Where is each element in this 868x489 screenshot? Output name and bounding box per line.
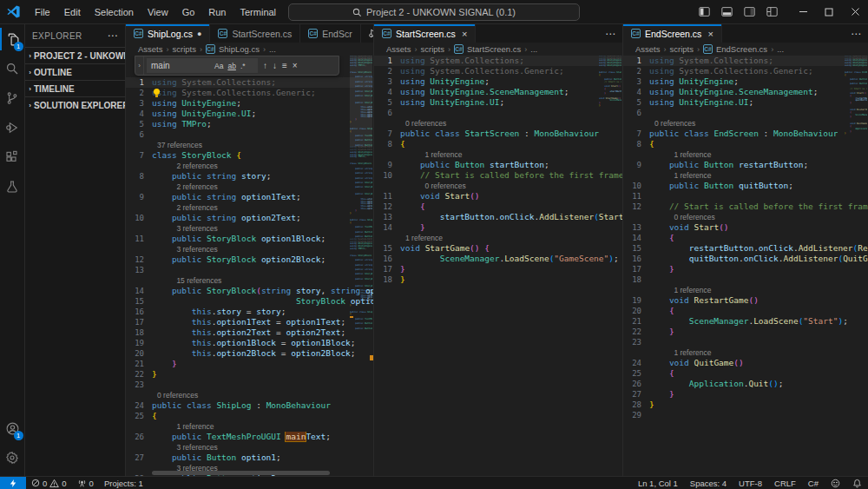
code-line[interactable]: 17 this.option1Text = option1Text; [126, 317, 373, 327]
close-tab-icon[interactable]: × [462, 29, 467, 39]
code-line[interactable]: 5using UnityEngine.UI; [623, 97, 868, 108]
more-actions-icon[interactable]: ⋯ [851, 29, 861, 39]
notifications-bell-icon[interactable] [846, 477, 868, 489]
codelens-references[interactable]: 1 reference [623, 149, 868, 160]
cursor-position[interactable]: Ln 1, Col 1 [632, 477, 684, 489]
tab-endscreen-cs[interactable]: C#EndScreen.cs× [623, 24, 722, 43]
code-line[interactable]: 19 this.option1Block = option1Block; [126, 338, 373, 348]
breadcrumb-item-assets[interactable]: Assets [635, 44, 661, 54]
code-line[interactable]: 16 quitButton.onClick.AddListener(QuitGa… [623, 254, 868, 264]
codelens-references[interactable]: 2 references [126, 182, 373, 192]
find-input[interactable] [151, 61, 212, 70]
ports-status[interactable]: 0 [72, 477, 99, 489]
breadcrumb-item-scripts[interactable]: scripts [670, 44, 694, 54]
breadcrumb[interactable]: Assets›scripts›C#EndScreen.cs›... [623, 43, 868, 56]
code-line[interactable]: 7public class StartScreen : MonoBehaviou… [374, 129, 622, 139]
code-line[interactable]: 17 } [623, 264, 868, 274]
code-line[interactable]: 10 public string option2Text; [126, 213, 373, 223]
codelens-references[interactable]: 1 reference [374, 233, 622, 243]
menu-terminal[interactable]: Terminal [233, 3, 284, 21]
code-line[interactable]: 9 public Button restartButton; [623, 160, 868, 170]
breadcrumb-item-[interactable]: ... [269, 44, 276, 54]
next-match-icon[interactable]: ↓ [273, 61, 277, 70]
code-line[interactable]: 5using UnityEngine.UI; [374, 97, 622, 108]
breadcrumb-item-assets[interactable]: Assets [386, 44, 411, 54]
code-line[interactable]: 21 SceneManager.LoadScene("Start"); [623, 316, 868, 327]
code-line[interactable]: 6 [126, 129, 373, 140]
tab-startscreen-cs[interactable]: C#StartScreen.cs× [374, 24, 476, 43]
toggle-secondary-sidebar-icon[interactable] [740, 6, 759, 17]
code-line[interactable]: 21 } [126, 359, 373, 369]
codelens-references[interactable]: 3 references [126, 244, 373, 254]
code-line[interactable]: 1using System.Collections; [623, 56, 868, 66]
lightbulb-icon[interactable] [153, 89, 161, 97]
explorer-icon[interactable]: 1 [0, 24, 25, 54]
breadcrumb-item-assets[interactable]: Assets [138, 44, 163, 54]
code-line[interactable]: 13 void Start() [623, 222, 868, 233]
modified-dot-icon[interactable]: ● [197, 30, 201, 38]
code-line[interactable]: 4using UnityEngine.SceneManagement; [374, 87, 622, 97]
code-line[interactable]: 12 { [374, 202, 622, 212]
code-line[interactable]: 8{ [623, 139, 868, 149]
code-line[interactable]: 4using UnityEngine.UI; [126, 109, 373, 119]
previous-match-icon[interactable]: ↑ [263, 61, 267, 70]
codelens-references[interactable]: 3 references [126, 223, 373, 234]
codelens-references[interactable]: 3 references [126, 442, 373, 453]
code-line[interactable]: 22 } [623, 327, 868, 337]
eol-status[interactable]: CRLF [768, 477, 802, 489]
breadcrumb-item-endscreen-cs[interactable]: EndScreen.cs [716, 44, 767, 54]
search-sidebar-icon[interactable] [0, 54, 25, 83]
code-line[interactable]: 14 { [623, 233, 868, 243]
code-line[interactable]: 2using System.Collections.Generic; [126, 88, 373, 98]
close-window-button[interactable] [842, 0, 868, 23]
code-line[interactable]: 8{ [374, 139, 622, 149]
feedback-smiley-icon[interactable] [825, 477, 846, 489]
minimap[interactable]: using System.Collections; using System.C… [599, 56, 621, 107]
code-line[interactable]: 29 [623, 410, 868, 420]
code-line[interactable]: 14 } [374, 222, 622, 233]
code-line[interactable]: 16 this.story = story; [126, 307, 373, 317]
code-line[interactable]: 24public class ShipLog : MonoBehaviour [126, 400, 373, 411]
code-line[interactable]: 22} [126, 369, 373, 380]
code-line[interactable]: 18} [374, 274, 622, 285]
codelens-references[interactable]: 1 reference [126, 421, 373, 432]
tab-startscreen-cs[interactable]: C#StartScreen.cs [210, 24, 300, 43]
regex-icon[interactable]: .* [239, 61, 247, 71]
code-line[interactable]: 8 public string story; [126, 171, 373, 182]
sidebar-section-timeline[interactable]: ›TIMELINE [25, 80, 125, 96]
run-and-debug-icon[interactable] [0, 113, 25, 142]
codelens-references[interactable]: 1 reference [623, 170, 868, 181]
code-line[interactable]: 18 [623, 274, 868, 285]
code-line[interactable]: 11 [623, 191, 868, 202]
whole-word-icon[interactable]: ab [226, 61, 237, 71]
breadcrumb[interactable]: Assets›scripts›C#ShipLog.cs›... [126, 43, 373, 56]
settings-gear-icon[interactable] [0, 443, 25, 472]
menu-file[interactable]: File [28, 3, 57, 21]
close-find-icon[interactable]: × [293, 61, 298, 70]
find-in-selection-icon[interactable]: ≡ [282, 61, 287, 70]
more-actions-icon[interactable]: ⋯ [605, 29, 615, 39]
code-line[interactable]: 3using UnityEngine; [374, 76, 622, 87]
code-line[interactable]: 15 StoryBlock option1Block, StoryBlock o… [126, 296, 373, 307]
code-line[interactable]: 1using System.Collections; [374, 56, 622, 66]
match-case-icon[interactable]: Aa [213, 61, 225, 71]
code-line[interactable]: 20 { [623, 306, 868, 316]
code-line[interactable]: 7class StoryBlock { [126, 150, 373, 161]
code-line[interactable]: 23 [623, 337, 868, 347]
codelens-references[interactable]: 2 references [126, 202, 373, 213]
encoding-status[interactable]: UTF-8 [733, 477, 768, 489]
breadcrumb[interactable]: Assets›scripts›C#StartScreen.cs›... [374, 43, 622, 56]
code-line[interactable]: 25 { [623, 368, 868, 379]
menu-edit[interactable]: Edit [57, 3, 88, 21]
code-line[interactable]: 13 [126, 265, 373, 275]
code-line[interactable]: 14 public StoryBlock(string story, strin… [126, 286, 373, 296]
codelens-references[interactable]: 1 reference [623, 285, 868, 295]
codelens-references[interactable]: 37 references [126, 140, 373, 150]
codelens-references[interactable]: 2 references [126, 161, 373, 171]
code-line[interactable]: 26 Application.Quit(); [623, 379, 868, 389]
code-line[interactable]: 17} [374, 264, 622, 274]
code-line[interactable]: 24 void QuitGame() [623, 358, 868, 368]
code-line[interactable]: 2using System.Collections.Generic; [374, 66, 622, 76]
code-line[interactable]: 15 restartButton.onClick.AddListener(Res… [623, 243, 868, 254]
code-editor[interactable]: 1using System.Collections;2using System.… [623, 56, 868, 476]
